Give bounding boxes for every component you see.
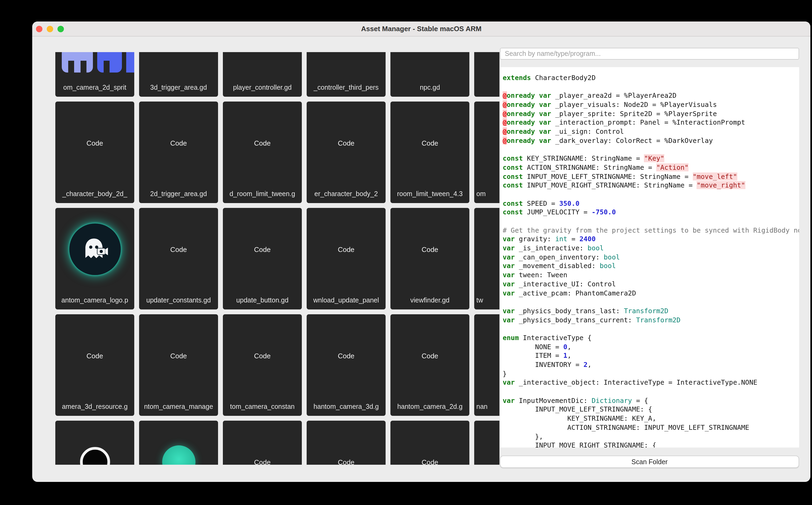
asset-tile[interactable]: antom_camera_logo.p <box>55 208 134 310</box>
code-placeholder: Code <box>390 420 469 465</box>
asset-thumbnail <box>55 208 134 291</box>
asset-tile[interactable]: Code2d_trigger_area.gd <box>139 102 218 203</box>
asset-tile[interactable]: Codeupdater_constants.gd <box>139 208 218 310</box>
code-line: var _movement_disabled: bool <box>503 262 799 271</box>
code-placeholder: Code <box>390 52 469 78</box>
phantom-camera-logo <box>69 223 121 275</box>
ring-icon <box>80 447 110 465</box>
asset-tile[interactable]: Code <box>390 420 469 465</box>
asset-tile[interactable]: Codewnload_update_panel <box>307 208 386 310</box>
asset-tile[interactable]: Code <box>474 420 499 465</box>
code-placeholder: Code <box>307 102 386 184</box>
code-line: KEY_STRINGNAME: KEY_A, <box>503 414 799 423</box>
minimize-button[interactable] <box>47 26 53 32</box>
asset-tile[interactable]: Codetw <box>474 208 499 310</box>
code-line: enum InteractiveType { <box>503 334 799 342</box>
asset-filename: player_controller.gd <box>223 78 302 97</box>
code-line: @onready var _dark_overlay: ColorRect = … <box>503 137 799 145</box>
code-line: var _physics_body_trans_last: Transform2… <box>503 307 799 316</box>
asset-tile[interactable]: Code <box>474 52 499 97</box>
asset-filename: tom_camera_constan <box>223 397 302 416</box>
code-line: INPUT_MOVE_LEFT_STRINGNAME: { <box>503 405 799 414</box>
code-line: var _is_interactive: bool <box>503 244 799 253</box>
code-line: var tween: Tween <box>503 271 799 280</box>
zoom-button[interactable] <box>57 26 64 32</box>
code-placeholder: Code <box>474 314 499 397</box>
code-line <box>503 217 799 226</box>
code-placeholder: Code <box>223 208 302 291</box>
asset-filename: 3d_trigger_area.gd <box>139 78 218 97</box>
code-placeholder: Code <box>307 420 386 465</box>
asset-tile[interactable]: Codentom_camera_manage <box>139 314 218 416</box>
asset-tile[interactable]: Codetom_camera_constan <box>223 314 302 416</box>
asset-grid[interactable]: om_camera_2d_spritCode3d_trigger_area.gd… <box>55 52 499 465</box>
code-placeholder: Code <box>139 52 218 78</box>
code-line: ITEM = 1, <box>503 352 799 360</box>
asset-tile[interactable]: Code3d_trigger_area.gd <box>139 52 218 97</box>
code-line: var _can_open_inventory: bool <box>503 253 799 262</box>
titlebar: Asset Manager - Stable macOS ARM <box>32 21 810 36</box>
code-viewer[interactable]: extends CharacterBody2D @onready var _pl… <box>500 67 799 448</box>
code-placeholder: Code <box>307 208 386 291</box>
asset-tile[interactable]: Codehantom_camera_3d.g <box>307 314 386 416</box>
code-placeholder: Code <box>139 102 218 184</box>
sprite-sheet-image <box>55 52 134 78</box>
code-line <box>503 387 799 396</box>
code-line: @onready var _interaction_prompt: Panel … <box>503 119 799 127</box>
asset-grid-inner: om_camera_2d_spritCode3d_trigger_area.gd… <box>55 52 499 465</box>
asset-filename: er_character_body_2 <box>307 184 386 203</box>
close-button[interactable] <box>36 26 42 32</box>
asset-filename: antom_camera_logo.p <box>55 291 134 310</box>
code-line: @onready var _player_area2d = %PlayerAre… <box>503 92 799 101</box>
asset-tile[interactable]: om_camera_2d_sprit <box>55 52 134 97</box>
code-placeholder: Code <box>474 208 499 291</box>
app-window: Asset Manager - Stable macOS ARM om_came… <box>32 21 810 482</box>
search-input[interactable] <box>500 48 799 60</box>
code-placeholder: Code <box>474 52 499 78</box>
asset-tile[interactable]: Codeer_character_body_2 <box>307 102 386 203</box>
code-line: extends CharacterBody2D <box>503 73 799 82</box>
asset-filename: hantom_camera_3d.g <box>307 397 386 416</box>
code-placeholder: Code <box>223 52 302 78</box>
code-placeholder: Code <box>223 420 302 465</box>
asset-tile[interactable]: Code <box>223 420 302 465</box>
asset-tile[interactable]: Codeamera_3d_resource.g <box>55 314 134 416</box>
asset-tile[interactable] <box>139 420 218 465</box>
window-content: om_camera_2d_spritCode3d_trigger_area.gd… <box>32 36 810 481</box>
asset-filename <box>474 78 499 97</box>
asset-tile[interactable]: Code_controller_third_pers <box>307 52 386 97</box>
asset-tile[interactable]: Codehantom_camera_2d.g <box>390 314 469 416</box>
asset-filename: amera_3d_resource.g <box>55 397 134 416</box>
asset-filename: ntom_camera_manage <box>139 397 218 416</box>
code-line: var gravity: int = 2400 <box>503 235 799 244</box>
asset-filename: 2d_trigger_area.gd <box>139 184 218 203</box>
asset-tile[interactable]: Code <box>307 420 386 465</box>
code-placeholder: Code <box>390 102 469 184</box>
asset-filename: _character_body_2d_ <box>55 184 134 203</box>
code-line: const INPUT_MOVE_RIGHT_STRINGNAME: Strin… <box>503 181 799 190</box>
asset-tile[interactable]: Codenan <box>474 314 499 416</box>
asset-tile[interactable]: Coderoom_limit_tween_4.3 <box>390 102 469 203</box>
asset-filename: update_button.gd <box>223 291 302 310</box>
asset-tile[interactable]: Codeom <box>474 102 499 203</box>
code-placeholder: Code <box>307 52 386 78</box>
asset-tile[interactable] <box>55 420 134 465</box>
scan-folder-button[interactable]: Scan Folder <box>500 456 799 468</box>
asset-tile[interactable]: Codeupdate_button.gd <box>223 208 302 310</box>
code-line <box>503 325 799 334</box>
asset-tile[interactable]: Coded_room_limit_tween.g <box>223 102 302 203</box>
asset-filename: _controller_third_pers <box>307 78 386 97</box>
asset-thumbnail <box>55 420 134 465</box>
screen: Asset Manager - Stable macOS ARM om_came… <box>0 0 812 505</box>
teal-circle-icon <box>162 445 195 465</box>
asset-tile[interactable]: Codeplayer_controller.gd <box>223 52 302 97</box>
asset-thumbnail <box>55 52 134 78</box>
code-line: } <box>503 369 799 378</box>
code-line <box>503 190 799 199</box>
asset-tile[interactable]: Code_character_body_2d_ <box>55 102 134 203</box>
asset-tile[interactable]: Codenpc.gd <box>390 52 469 97</box>
asset-tile[interactable]: Codeviewfinder.gd <box>390 208 469 310</box>
code-placeholder: Code <box>55 314 134 397</box>
asset-filename: wnload_update_panel <box>307 291 386 310</box>
asset-filename: room_limit_tween_4.3 <box>390 184 469 203</box>
